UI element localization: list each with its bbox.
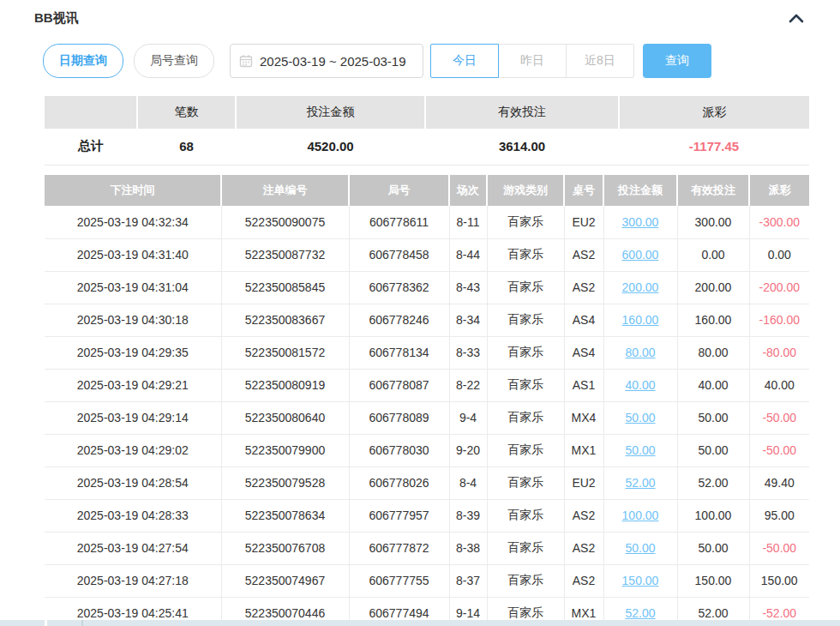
bet-time-cell: 2025-03-19 04:32:34 [45,206,221,238]
bet-amount-cell: 160.00 [603,304,677,336]
horizontal-scrollbar[interactable] [0,620,840,626]
page-title: BB视讯 [34,10,79,27]
table-no-cell: EU2 [564,206,603,238]
bet-amount-cell: 150.00 [603,564,677,597]
table-row: 2025-03-19 04:28:54522350079528606778026… [45,466,809,499]
valid-bet-cell: 100.00 [677,499,749,532]
game-type-cell: 百家乐 [487,466,564,499]
round-no-cell: 606778246 [349,304,449,336]
summary-header-count: 笔数 [137,96,236,129]
order-no-cell: 522350078634 [221,499,349,532]
valid-bet-cell: 200.00 [677,271,749,304]
col-header-valid-bet: 有效投注 [677,175,749,206]
bet-amount-link[interactable]: 52.00 [625,476,655,490]
summary-valid-bet-value: 3614.00 [425,129,619,165]
bet-amount-link[interactable]: 160.00 [622,313,659,327]
game-type-cell: 百家乐 [487,532,564,564]
round-no-cell: 606778030 [349,434,449,466]
game-type-cell: 百家乐 [487,564,564,597]
quick-filter-last8days[interactable]: 近8日 [566,44,634,78]
bet-amount-link[interactable]: 40.00 [625,378,655,392]
summary-bet-amount-value: 4520.00 [236,129,425,165]
tab-round-query[interactable]: 局号查询 [134,44,214,78]
session-cell: 8-38 [449,532,487,564]
bet-amount-link[interactable]: 52.00 [625,606,655,620]
session-cell: 8-22 [449,369,487,401]
payout-cell: -80.00 [749,336,809,369]
table-no-cell: AS4 [564,304,603,336]
game-type-cell: 百家乐 [487,401,564,434]
session-cell: 8-44 [449,238,487,271]
order-no-cell: 522350081572 [221,336,349,369]
quick-filter-today[interactable]: 今日 [430,44,499,78]
bet-amount-cell: 50.00 [603,401,677,434]
order-no-cell: 522350087732 [221,238,349,271]
round-no-cell: 606778362 [349,271,449,304]
col-header-round-no: 局号 [349,175,449,206]
tab-date-query[interactable]: 日期查询 [43,44,123,78]
bet-time-cell: 2025-03-19 04:29:35 [45,336,221,369]
bet-table-body: 2025-03-19 04:32:34522350090075606778611… [45,206,809,626]
payout-cell: -50.00 [749,434,809,466]
bet-amount-link[interactable]: 150.00 [622,574,659,587]
bet-time-cell: 2025-03-19 04:29:02 [45,434,221,466]
valid-bet-cell: 0.00 [677,238,749,271]
bet-amount-link[interactable]: 300.00 [622,215,659,229]
bet-records-table: 下注时间 注单编号 局号 场次 游戏类别 桌号 投注金额 有效投注 派彩 202… [45,175,809,626]
table-no-cell: EU2 [564,466,603,499]
col-header-order-no: 注单编号 [221,175,349,206]
bet-amount-link[interactable]: 50.00 [625,411,655,424]
session-cell: 8-43 [449,271,487,304]
table-no-cell: AS2 [564,564,603,597]
quick-filter-group: 今日 昨日 近8日 [430,44,634,78]
game-type-cell: 百家乐 [487,369,564,401]
game-type-cell: 百家乐 [487,238,564,271]
order-no-cell: 522350090075 [221,206,349,238]
bet-time-cell: 2025-03-19 04:29:14 [45,401,221,434]
bet-amount-cell: 50.00 [603,532,677,564]
bet-amount-link[interactable]: 50.00 [625,443,655,457]
scrollbar-notch [45,620,47,626]
collapse-button[interactable] [785,7,807,29]
payout-cell: -300.00 [749,206,809,238]
session-cell: 9-20 [449,434,487,466]
table-no-cell: AS2 [564,532,603,564]
game-type-cell: 百家乐 [487,499,564,532]
col-header-bet-time: 下注时间 [45,175,221,206]
bet-amount-link[interactable]: 80.00 [625,346,655,359]
table-row: 2025-03-19 04:30:18522350083667606778246… [45,304,809,336]
session-cell: 8-11 [449,206,487,238]
table-row: 2025-03-19 04:31:40522350087732606778458… [45,238,809,271]
valid-bet-cell: 160.00 [677,304,749,336]
table-row: 2025-03-19 04:28:33522350078634606777957… [45,499,809,532]
payout-cell: 95.00 [749,499,809,532]
payout-cell: 0.00 [749,238,809,271]
date-range-input[interactable]: 2025-03-19 ~ 2025-03-19 [230,44,423,78]
search-button[interactable]: 查询 [643,44,711,78]
payout-cell: -50.00 [749,401,809,434]
order-no-cell: 522350079528 [221,466,349,499]
table-row: 2025-03-19 04:27:18522350074967606777755… [45,564,809,597]
bet-amount-link[interactable]: 100.00 [622,509,659,522]
valid-bet-cell: 50.00 [677,401,749,434]
quick-filter-yesterday[interactable]: 昨日 [498,44,567,78]
order-no-cell: 522350074967 [221,564,349,597]
game-type-cell: 百家乐 [487,304,564,336]
bet-amount-link[interactable]: 200.00 [622,280,659,294]
summary-payout-value: -1177.45 [619,129,809,165]
chevron-up-icon [789,13,804,23]
col-header-bet-amount: 投注金额 [603,175,677,206]
game-type-cell: 百家乐 [487,271,564,304]
bet-amount-link[interactable]: 600.00 [622,248,659,262]
round-no-cell: 606777755 [349,564,449,597]
col-header-payout: 派彩 [749,175,809,206]
round-no-cell: 606778087 [349,369,449,401]
summary-header-row: 笔数 投注金额 有效投注 派彩 [45,96,809,129]
valid-bet-cell: 52.00 [677,466,749,499]
bet-amount-link[interactable]: 50.00 [625,541,655,555]
order-no-cell: 522350085845 [221,271,349,304]
bet-amount-cell: 50.00 [603,434,677,466]
col-header-table-no: 桌号 [564,175,603,206]
game-type-cell: 百家乐 [487,206,564,238]
bet-amount-cell: 200.00 [603,271,677,304]
